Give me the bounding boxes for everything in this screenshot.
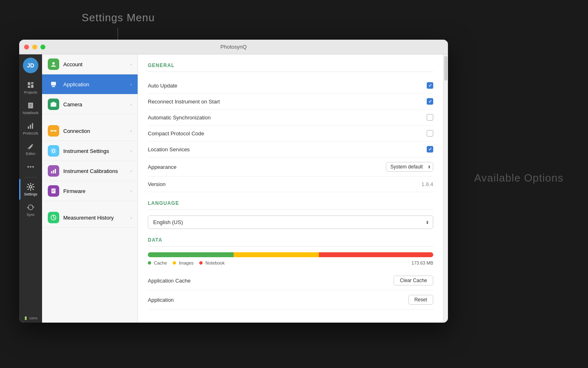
application-menu-label: Application <box>63 81 130 88</box>
auto-sync-label: Automatic Synchronization <box>148 114 211 121</box>
menu-item-application[interactable]: Application › <box>42 74 138 94</box>
avatar[interactable]: JD <box>23 58 38 73</box>
instrument-calibrations-chevron-icon: › <box>130 168 132 173</box>
window-controls <box>24 45 45 49</box>
window-title: PhotosynQ <box>220 44 247 50</box>
sidebar-item-editor[interactable]: Editor <box>19 139 42 159</box>
version-value: 1.8.4 <box>421 181 433 187</box>
protocols-icon <box>26 121 35 130</box>
svg-rect-10 <box>32 123 33 129</box>
svg-point-16 <box>52 62 55 65</box>
appearance-select[interactable]: System default Light Dark <box>386 162 433 172</box>
general-section: General Auto Update Reconnect Instrument… <box>148 63 433 192</box>
nav-divider <box>24 177 37 177</box>
account-menu-icon <box>48 58 59 70</box>
cache-legend-dot <box>148 261 151 265</box>
menu-spacer-2 <box>42 201 138 208</box>
svg-rect-1 <box>31 82 33 84</box>
version-label: Version <box>148 181 165 187</box>
close-button[interactable] <box>24 45 29 49</box>
svg-rect-17 <box>51 82 56 85</box>
notebook-legend-dot <box>199 261 203 265</box>
icon-nav: JD Projects <box>19 54 42 323</box>
application-menu-icon <box>48 79 59 90</box>
application-reset-row: Application Reset <box>148 290 433 310</box>
auto-sync-checkbox[interactable] <box>427 114 433 121</box>
minimize-button[interactable] <box>32 45 37 49</box>
measurement-history-menu-label: Measurement History <box>63 215 130 221</box>
firmware-chevron-icon: › <box>130 188 132 193</box>
application-cache-row: Application Cache Clear Cache <box>148 271 433 290</box>
sidebar-item-settings[interactable]: Settings <box>19 179 42 200</box>
language-select-wrapper: English (US) Español Français Deutsch 中文 <box>148 215 433 229</box>
auto-update-checkbox[interactable] <box>427 82 433 89</box>
svg-rect-28 <box>53 170 54 173</box>
sidebar-item-protocols[interactable]: Protocols <box>19 118 42 139</box>
scroll-thumb[interactable] <box>444 56 448 81</box>
connection-chevron-icon: › <box>130 128 132 133</box>
auto-update-label: Auto Update <box>148 83 177 89</box>
notebook-label: Notebook <box>23 111 39 115</box>
data-section: Data Cache Images <box>148 237 433 310</box>
annotation-available-options-label: Available Options <box>474 172 564 184</box>
storage-legend: Cache Images Notebook 173.63 MB <box>148 260 433 265</box>
scrollbar[interactable] <box>443 54 448 323</box>
editor-icon <box>26 142 35 151</box>
images-bar-segment <box>234 252 319 257</box>
sidebar-item-projects[interactable]: Projects <box>19 77 42 98</box>
sidebar-item-more[interactable] <box>19 159 42 175</box>
svg-point-23 <box>51 130 52 132</box>
data-section-title: Data <box>148 237 433 247</box>
appearance-row: Appearance System default Light Dark <box>148 157 433 177</box>
settings-sidebar: Account › Application › <box>42 54 138 323</box>
svg-point-26 <box>52 150 55 152</box>
menu-item-measurement-history[interactable]: Measurement History › <box>42 208 138 228</box>
sidebar-item-sync[interactable]: Sync <box>19 200 42 220</box>
svg-rect-0 <box>28 82 30 85</box>
svg-rect-8 <box>28 126 29 129</box>
sidebar-item-notebook[interactable]: Notebook <box>19 98 42 118</box>
camera-chevron-icon: › <box>130 102 132 107</box>
svg-point-15 <box>29 186 32 188</box>
active-indicator <box>19 179 20 200</box>
reconnect-checkbox[interactable] <box>427 98 433 105</box>
account-chevron-icon: › <box>130 62 132 67</box>
menu-item-firmware[interactable]: Firmware › <box>42 181 138 201</box>
auto-update-row: Auto Update <box>148 78 433 94</box>
instrument-settings-menu-icon <box>48 145 59 157</box>
menu-item-connection[interactable]: Connection › <box>42 121 138 141</box>
language-select[interactable]: English (US) Español Français Deutsch 中文 <box>148 215 433 229</box>
instrument-settings-menu-label: Instrument Settings <box>63 148 130 154</box>
annotation-settings-menu-label: Settings Menu <box>82 11 155 24</box>
reset-button[interactable]: Reset <box>408 295 433 305</box>
version-row: Version 1.8.4 <box>148 177 433 192</box>
battery-indicator: 🔋 100% <box>21 314 40 323</box>
connection-menu-icon <box>48 125 59 137</box>
sync-label: Sync <box>27 213 35 217</box>
cache-legend-label: Cache <box>154 260 167 265</box>
battery-label: 100% <box>29 316 37 320</box>
menu-item-instrument-calibrations[interactable]: Instrument Calibrations › <box>42 161 138 181</box>
notebook-bar-segment <box>319 252 433 257</box>
location-services-label: Location Services <box>148 146 190 153</box>
maximize-button[interactable] <box>40 45 45 49</box>
svg-point-13 <box>30 166 31 168</box>
svg-rect-9 <box>30 125 31 129</box>
menu-item-instrument-settings[interactable]: Instrument Settings › <box>42 141 138 161</box>
menu-item-account[interactable]: Account › <box>42 54 138 74</box>
titlebar: PhotosynQ <box>19 40 448 54</box>
location-services-checkbox[interactable] <box>427 146 433 153</box>
main-window: PhotosynQ JD Projects <box>19 40 448 323</box>
svg-rect-2 <box>28 86 30 88</box>
compact-protocol-checkbox[interactable] <box>427 130 433 137</box>
instrument-calibrations-menu-icon <box>48 165 59 177</box>
instrument-settings-chevron-icon: › <box>130 148 132 153</box>
settings-icon <box>26 182 35 191</box>
battery-icon: 🔋 <box>24 316 28 320</box>
instrument-calibrations-menu-label: Instrument Calibrations <box>63 168 130 174</box>
camera-menu-label: Camera <box>63 101 130 108</box>
menu-item-camera[interactable]: Camera › <box>42 94 138 114</box>
clear-cache-button[interactable]: Clear Cache <box>394 276 433 285</box>
appearance-label: Appearance <box>148 164 176 170</box>
settings-label: Settings <box>24 192 38 196</box>
